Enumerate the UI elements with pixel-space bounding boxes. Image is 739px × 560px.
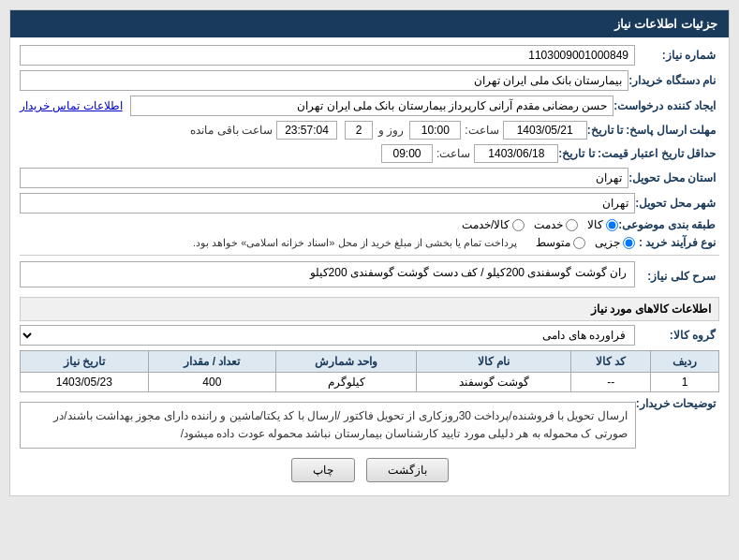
bazgasht-button[interactable]: بازگشت bbox=[366, 458, 449, 482]
tabaghe-option-kala-khadamat[interactable]: کالا/خدمت bbox=[462, 218, 525, 231]
payment-note: پرداخت تمام یا بخشی از مبلغ خرید از محل … bbox=[193, 237, 517, 249]
notes-label: توضیحات خریدار: bbox=[636, 397, 719, 410]
mohlat-saat-label: ساعت باقی مانده bbox=[190, 124, 273, 137]
cell-tedad: 400 bbox=[148, 373, 275, 392]
tabaghe-label-khadamat: خدمت bbox=[534, 218, 563, 231]
nam-dastgah-value: بیمارستان بانک ملی ایران تهران bbox=[20, 70, 628, 91]
ijad-konande-value: حسن رمضانی مقدم آرانی کارپرداز بیمارستان… bbox=[130, 96, 614, 116]
tabaghe-label-kala: کالا bbox=[587, 218, 603, 231]
ijad-konande-label: ایجاد کننده درخواست: bbox=[613, 99, 719, 112]
shomare-niaz-value: 1103009001000849 bbox=[20, 45, 635, 66]
cell-vahed: کیلوگرم bbox=[276, 373, 417, 392]
table-header-row: ردیف کد کالا نام کالا واحد شمارش تعداد /… bbox=[21, 351, 719, 373]
col-tedad: تعداد / مقدار bbox=[148, 351, 275, 373]
main-content: شماره نیاز: 1103009001000849 نام دستگاه … bbox=[10, 37, 729, 495]
ostan-label: استان محل تحویل: bbox=[628, 171, 719, 184]
nam-dastgah-row: نام دستگاه خریدار: بیمارستان بانک ملی ای… bbox=[20, 70, 719, 91]
col-radif: ردیف bbox=[651, 351, 719, 373]
col-nam-kala: نام کالا bbox=[417, 351, 571, 373]
chap-button[interactable]: چاپ bbox=[291, 458, 355, 482]
mohlat-rooz-value: 2 bbox=[345, 121, 373, 140]
mohlat-rooz-label: روز و bbox=[378, 124, 404, 137]
ostan-value: تهران bbox=[20, 168, 628, 188]
cell-radif: 1 bbox=[651, 373, 719, 392]
group-label: گروه کالا: bbox=[635, 329, 719, 342]
tabaghe-label: طبقه بندی موضوعی: bbox=[618, 218, 719, 231]
notes-value: ارسال تحویل با فروشنده/پرداخت 30روزکاری … bbox=[20, 402, 636, 449]
group-select[interactable]: فراورده های دامی bbox=[20, 325, 635, 346]
noe-radio-motovaset[interactable] bbox=[573, 237, 585, 249]
group-row: گروه کالا: فراورده های دامی bbox=[20, 325, 719, 346]
tabaghe-label-kala-khadamat: کالا/خدمت bbox=[462, 218, 510, 231]
table-row: 1--گوشت گوسفندکیلوگرم4001403/05/23 bbox=[21, 373, 719, 392]
page-title: جزئیات اطلاعات نیاز bbox=[614, 17, 717, 31]
sarh-label: سرح کلی نیاز: bbox=[635, 270, 719, 283]
noe-faraind-row: نوع فرآیند خرید : جزیی متوسط پرداخت تمام… bbox=[20, 236, 719, 249]
tabaghe-radio-kala-khadamat[interactable] bbox=[512, 219, 525, 231]
cell-kodKala: -- bbox=[571, 373, 651, 392]
mohlat-row: مهلت ارسال پاسخ: تا تاریخ: 1403/05/21 سا… bbox=[20, 121, 719, 140]
noe-label-jozi: جزیی bbox=[595, 236, 620, 249]
nam-dastgah-label: نام دستگاه خریدار: bbox=[628, 74, 719, 87]
notes-row: توضیحات خریدار: ارسال تحویل با فروشنده/پ… bbox=[20, 397, 719, 449]
divider-1 bbox=[20, 255, 719, 256]
page-container: جزئیات اطلاعات نیاز شماره نیاز: 11030090… bbox=[9, 9, 730, 496]
tabaghe-option-kala[interactable]: کالا bbox=[587, 218, 618, 231]
tabaghe-radio-khadamat[interactable] bbox=[566, 219, 578, 231]
contact-link[interactable]: اطلاعات تماس خریدار bbox=[20, 99, 123, 112]
hadaksar-time-value: 09:00 bbox=[381, 144, 433, 163]
hadaksar-row: حداقل تاریخ اعتبار قیمت: تا تاریخ: 1403/… bbox=[20, 144, 719, 163]
col-tarikh: تاریخ نیاز bbox=[21, 351, 149, 373]
mohlat-countdown: 23:57:04 bbox=[276, 121, 337, 140]
noe-label-motovaset: متوسط bbox=[536, 236, 570, 249]
kala-table: ردیف کد کالا نام کالا واحد شمارش تعداد /… bbox=[20, 350, 719, 392]
tabaghe-option-khadamat[interactable]: خدمت bbox=[534, 218, 578, 231]
hadaksar-label: حداقل تاریخ اعتبار قیمت: تا تاریخ: bbox=[558, 147, 719, 160]
buttons-row: بازگشت چاپ bbox=[20, 458, 719, 482]
sarh-row: سرح کلی نیاز: ران گوشت گوسفندی 200کیلو /… bbox=[20, 261, 719, 291]
mohlat-time-label: ساعت: bbox=[465, 124, 498, 137]
noe-faraind-label: نوع فرآیند خرید : bbox=[635, 236, 719, 249]
mohlat-label: مهلت ارسال پاسخ: تا تاریخ: bbox=[587, 124, 719, 137]
noe-radio-jozi[interactable] bbox=[623, 237, 635, 249]
noe-option-motovaset[interactable]: متوسط bbox=[536, 236, 585, 249]
noe-faraind-radio-group: جزیی متوسط bbox=[536, 236, 635, 249]
kala-table-section: ردیف کد کالا نام کالا واحد شمارش تعداد /… bbox=[20, 350, 719, 392]
cell-tarikh: 1403/05/23 bbox=[21, 373, 149, 392]
page-header: جزئیات اطلاعات نیاز bbox=[10, 10, 729, 37]
shomare-niaz-label: شماره نیاز: bbox=[635, 49, 719, 62]
mohlat-date-value: 1403/05/21 bbox=[503, 121, 587, 140]
sarh-value: ران گوشت گوسفندی 200کیلو / کف دست گوشت گ… bbox=[20, 261, 635, 287]
ostan-row: استان محل تحویل: تهران bbox=[20, 168, 719, 188]
shomare-niaz-row: شماره نیاز: 1103009001000849 bbox=[20, 45, 719, 66]
mohlat-time-value: 10:00 bbox=[409, 121, 461, 140]
kala-info-title: اطلاعات کالاهای مورد نیاز bbox=[20, 297, 719, 321]
shahr-label: شهر محل تحویل: bbox=[635, 197, 719, 210]
col-vahed: واحد شمارش bbox=[276, 351, 417, 373]
tabaghe-radio-group: کالا خدمت کالا/خدمت bbox=[462, 218, 618, 231]
shahr-row: شهر محل تحویل: تهران bbox=[20, 193, 719, 214]
noe-option-jozi[interactable]: جزیی bbox=[595, 236, 635, 249]
table-head: ردیف کد کالا نام کالا واحد شمارش تعداد /… bbox=[21, 351, 719, 373]
ijad-konande-row: ایجاد کننده درخواست: حسن رمضانی مقدم آرا… bbox=[20, 96, 719, 116]
hadaksar-date-value: 1403/06/18 bbox=[474, 144, 558, 163]
tabaghe-radio-kala[interactable] bbox=[606, 219, 618, 231]
tabaghe-row: طبقه بندی موضوعی: کالا خدمت کالا/خدمت bbox=[20, 218, 719, 231]
shahr-value: تهران bbox=[20, 193, 635, 214]
table-body: 1--گوشت گوسفندکیلوگرم4001403/05/23 bbox=[21, 373, 719, 392]
col-kod-kala: کد کالا bbox=[571, 351, 651, 373]
hadaksar-time-label: ساعت: bbox=[436, 147, 470, 160]
cell-namKala: گوشت گوسفند bbox=[417, 373, 571, 392]
